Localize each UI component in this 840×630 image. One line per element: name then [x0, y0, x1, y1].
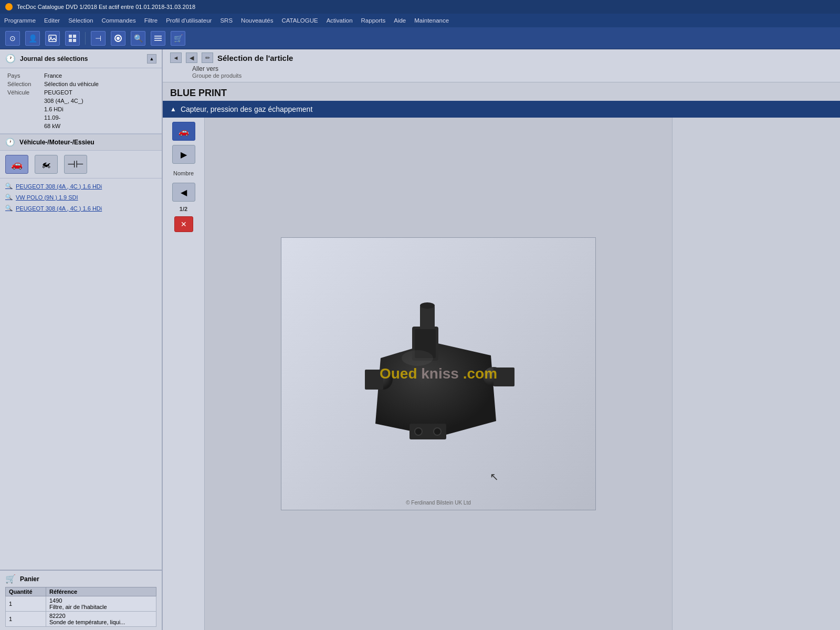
menu-rapports[interactable]: Rapports	[361, 17, 386, 24]
nav-prev-btn[interactable]: ◄	[170, 52, 182, 63]
engine-row: 1.6 HDi	[5, 105, 156, 113]
vehicle-list-label-0: PEUGEOT 308 (4A , 4C ) 1.6 HDi	[16, 183, 102, 190]
control-car-btn[interactable]: 🚗	[172, 122, 195, 141]
svg-point-20	[434, 428, 441, 435]
toolbar-back-icon[interactable]: ⊣	[91, 31, 106, 46]
page-indicator: 1/2	[180, 206, 187, 212]
svg-rect-17	[494, 368, 514, 386]
groupe-produits: Groupe de produits	[170, 72, 833, 79]
power-row: 68 kW	[5, 122, 156, 130]
sensor-svg	[328, 274, 549, 474]
vehicle-type-icons: 🚗 🏍 ⊣⊢	[0, 151, 162, 178]
panier-ref-desc-0: Filtre, air de l'habitacle	[49, 604, 153, 610]
image-copyright: © Ferdinand Bilstein UK Ltd	[406, 500, 471, 506]
toolbar-cart-icon[interactable]: 🛒	[171, 31, 185, 46]
product-view: 🚗 ▶ Nombre ◀ 1/2 ✕	[163, 118, 840, 630]
toolbar-list-icon[interactable]	[151, 31, 165, 46]
toolbar-image-icon[interactable]	[45, 31, 60, 46]
panier-title: Panier	[20, 575, 39, 583]
nombre-label: Nombre	[169, 168, 198, 178]
menu-commandes[interactable]: Commandes	[101, 17, 135, 24]
vehicle-section-title: Véhicule-/Moteur-/Essieu	[19, 139, 94, 146]
journal-scroll-up[interactable]: ▲	[147, 54, 156, 64]
journal-clock-icon: 🕐	[5, 54, 16, 64]
control-less-btn[interactable]: ◀	[172, 183, 195, 202]
product-controls: 🚗 ▶ Nombre ◀ 1/2 ✕	[163, 118, 205, 630]
menu-nouveautes[interactable]: Nouveautés	[241, 17, 273, 24]
menu-profil[interactable]: Profil d'utilisateur	[166, 17, 212, 24]
selection-info: Pays France Sélection Sélection du véhic…	[0, 68, 162, 134]
control-next-btn[interactable]: ▶	[172, 145, 195, 164]
menu-maintenance[interactable]: Maintenance	[414, 17, 449, 24]
vehicle-list-item-0[interactable]: 🔍 PEUGEOT 308 (4A , 4C ) 1.6 HDi	[0, 181, 162, 192]
toolbar-new-icon[interactable]: ⊙	[5, 31, 20, 46]
menu-filtre[interactable]: Filtre	[144, 17, 158, 24]
panier-ref-desc-1: Sonde de température, liqui...	[49, 619, 153, 625]
menu-aide[interactable]: Aide	[394, 17, 406, 24]
menu-bar: Programme Editer Sélection Commandes Fil…	[0, 14, 840, 27]
right-info-panel	[672, 118, 840, 630]
product-category-bar[interactable]: ▲ Capteur, pression des gaz échappement	[163, 101, 840, 118]
toolbar-search-icon[interactable]: 🔍	[131, 31, 145, 46]
toolbar-grid-icon[interactable]	[65, 31, 80, 46]
toolbar-user-icon[interactable]: 👤	[25, 31, 40, 46]
vehicle-type-moto[interactable]: 🏍	[35, 155, 58, 174]
menu-selection[interactable]: Sélection	[68, 17, 93, 24]
menu-editer[interactable]: Editer	[44, 17, 60, 24]
panier-col-ref: Référence	[46, 587, 156, 596]
vehicle-type-car[interactable]: 🚗	[5, 155, 28, 174]
panier-ref-1: 82220 Sonde de température, liqui...	[46, 612, 156, 627]
vehicule-label: Véhicule	[5, 88, 42, 97]
vehicule-date: 11.09-	[42, 113, 156, 122]
panier-col-qty: Quantité	[6, 587, 46, 596]
title-bar: TecDoc Catalogue DVD 1/2018 Est actif en…	[0, 0, 840, 14]
selection-value: Sélection du véhicule	[42, 80, 156, 88]
vehicle-type-axle[interactable]: ⊣⊢	[64, 155, 87, 174]
vehicle-list-item-2[interactable]: 🔍 PEUGEOT 308 (4A , 4C ) 1.6 HDi	[0, 203, 162, 214]
scroll-area[interactable]: 🕐 Véhicule-/Moteur-/Essieu 🚗 🏍 ⊣⊢ 🔍 PEUG…	[0, 134, 162, 570]
vehicule-engine: 1.6 HDi	[42, 105, 156, 113]
vehicule-power: 68 kW	[42, 122, 156, 130]
pays-label: Pays	[5, 71, 42, 80]
panier-qty-0: 1	[6, 596, 46, 612]
toolbar-circle-icon[interactable]	[111, 31, 125, 46]
right-panel: ◄ ◀ ✏ Sélection de l'article Aller vers …	[163, 49, 840, 630]
vehicle-list-label-2: PEUGEOT 308 (4A , 4C ) 1.6 HDi	[16, 205, 102, 212]
panier-ref-num-0: 1490	[49, 597, 153, 604]
panier-table: Quantité Référence 1 1490 Filtre, air de…	[5, 587, 156, 627]
vehicle-list-item-1[interactable]: 🔍 VW POLO (9N ) 1.9 SDI	[0, 192, 162, 203]
aller-vers: Aller vers	[170, 65, 833, 72]
brand-title: BLUE PRINT	[163, 82, 840, 101]
journal-header: 🕐 Journal des sélections ▲	[0, 49, 162, 68]
svg-rect-4	[69, 39, 72, 42]
model-row: 308 (4A_, 4C_)	[5, 97, 156, 105]
cart-icon: 🛒	[5, 574, 16, 584]
menu-catalogue[interactable]: CATALOGUE	[281, 17, 318, 24]
svg-rect-9	[154, 38, 162, 39]
panier-row-0: 1 1490 Filtre, air de l'habitacle	[6, 596, 156, 612]
svg-rect-5	[73, 39, 76, 42]
toolbar-separator-1	[85, 32, 86, 45]
selection-row: Sélection Sélection du véhicule	[5, 80, 156, 88]
product-image-container: Oued kniss .com © Ferdinand Bilstein UK …	[281, 237, 596, 510]
nav-back-btn[interactable]: ◀	[186, 52, 197, 63]
toolbar: ⊙ 👤 ⊣ 🔍 🛒	[0, 27, 840, 49]
svg-rect-8	[154, 36, 162, 37]
panier-header: 🛒 Panier	[5, 574, 156, 584]
nav-edit-btn[interactable]: ✏	[202, 52, 213, 63]
menu-srs[interactable]: SRS	[220, 17, 233, 24]
vehicle-list-label-1: VW POLO (9N ) 1.9 SDI	[16, 194, 78, 201]
left-panel: 🕐 Journal des sélections ▲ Pays France S…	[0, 49, 163, 630]
control-close-btn[interactable]: ✕	[174, 216, 193, 232]
main-area: 🕐 Journal des sélections ▲ Pays France S…	[0, 49, 840, 630]
svg-rect-10	[154, 40, 162, 41]
menu-programme[interactable]: Programme	[4, 17, 36, 24]
menu-activation[interactable]: Activation	[327, 17, 353, 24]
search-icon-0: 🔍	[5, 183, 13, 190]
svg-rect-21	[420, 306, 435, 329]
svg-point-7	[117, 37, 120, 40]
panier-ref-num-1: 82220	[49, 613, 153, 619]
product-image-area: Oued kniss .com © Ferdinand Bilstein UK …	[205, 118, 672, 630]
svg-rect-3	[73, 35, 76, 38]
vehicule-brand: PEUGEOT	[42, 88, 156, 97]
